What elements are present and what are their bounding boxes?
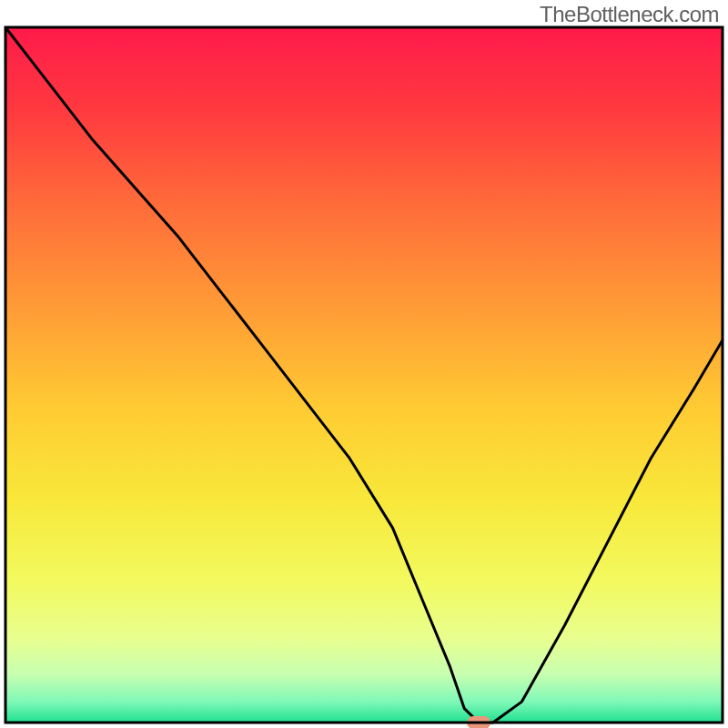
heat-gradient-background bbox=[5, 27, 723, 723]
bottleneck-chart: TheBottleneck.com bbox=[0, 0, 728, 728]
chart-canvas bbox=[0, 0, 728, 728]
watermark-text: TheBottleneck.com bbox=[540, 2, 719, 27]
